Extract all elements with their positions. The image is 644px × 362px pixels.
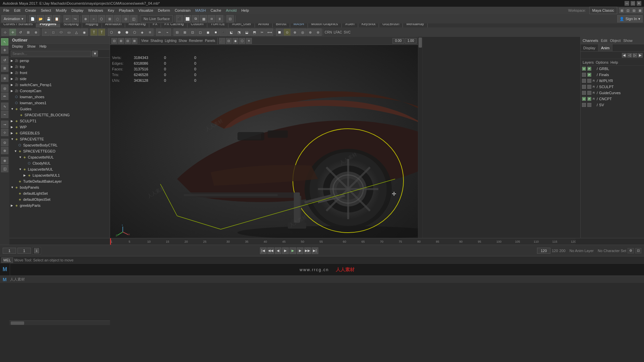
workspace-btn1[interactable]: ⊞ bbox=[619, 8, 625, 13]
render-view-btn[interactable]: ▦ bbox=[200, 15, 207, 22]
render-seq-btn[interactable]: ⧈ bbox=[208, 15, 215, 22]
weld-btn[interactable]: ◽ bbox=[212, 28, 219, 36]
vp-layout-btn[interactable]: ⊡ bbox=[111, 38, 117, 44]
outliner-item-lowman-shoes1[interactable]: ⬡ lowman_shoes1 bbox=[9, 100, 110, 106]
outliner-item-defaultobjectset[interactable]: ◈ defaultObjectSet bbox=[9, 196, 110, 202]
outliner-item-bodypanels[interactable]: ▼ ◈ bodyPanels bbox=[9, 184, 110, 190]
snap-curve-btn[interactable]: ◌ bbox=[114, 15, 121, 22]
timeline-area[interactable]: 1 5 10 15 20 25 30 35 40 45 50 55 60 65 … bbox=[0, 238, 644, 245]
menu-playback[interactable]: Playback bbox=[117, 8, 136, 13]
save-scene-btn[interactable]: 📋 bbox=[53, 15, 60, 22]
new-file-btn[interactable]: 📄 bbox=[29, 15, 36, 22]
merge-btn[interactable]: ◼ bbox=[204, 28, 212, 36]
wplyr-p-btn[interactable] bbox=[587, 79, 591, 83]
paint-skin-btn[interactable]: ✏ bbox=[1, 93, 8, 100]
ipr-btn[interactable]: ⧉ bbox=[192, 15, 199, 22]
char-set-btn2[interactable]: ⊡ bbox=[635, 248, 641, 253]
outliner-item-cspacvettenul[interactable]: ▼ ◈ CspacvetteNUL bbox=[9, 154, 110, 160]
channels-label[interactable]: Channels bbox=[583, 39, 598, 43]
guidecurves-vis-btn[interactable] bbox=[582, 91, 586, 95]
edit-label[interactable]: Edit bbox=[601, 39, 607, 43]
vp-rot-input[interactable] bbox=[392, 38, 404, 44]
viewport-right-scrollbar[interactable] bbox=[418, 37, 423, 245]
outliner-item-sculpt1[interactable]: ▶ ◈ SCULPT1 bbox=[9, 118, 110, 124]
render-icon4-btn[interactable]: ◎ bbox=[299, 28, 306, 36]
vp-layout2-btn[interactable]: ⊞ bbox=[118, 38, 124, 44]
poly-tool2-btn[interactable]: ⬢ bbox=[115, 28, 123, 36]
select-all-btn[interactable]: ⊡ bbox=[226, 15, 234, 22]
cncpt-vis-btn[interactable]: V bbox=[582, 97, 586, 101]
annotation-btn[interactable]: ◫ bbox=[1, 165, 8, 172]
prev-key-btn[interactable]: ◀◀ bbox=[267, 247, 274, 254]
cncpt-p-btn[interactable]: P bbox=[587, 97, 591, 101]
create-render-btn[interactable]: ⊛ bbox=[1, 147, 8, 154]
poly-plane-btn[interactable]: ▭ bbox=[65, 28, 72, 36]
viewport-scrollbar-handle[interactable] bbox=[419, 38, 422, 48]
layer-finals[interactable]: P / Finals bbox=[581, 72, 644, 78]
poly-tool3-btn[interactable]: ⬟ bbox=[123, 28, 130, 36]
vp-layout4-btn[interactable]: ⊠ bbox=[131, 38, 138, 44]
open-file-btn[interactable]: 📂 bbox=[37, 15, 44, 22]
menu-cache[interactable]: Cache bbox=[209, 8, 223, 13]
vp-wireframe-btn[interactable]: ⊡ bbox=[226, 38, 232, 44]
poly-torus-btn[interactable]: ◉ bbox=[80, 28, 88, 36]
window-controls[interactable]: ─ □ ✕ bbox=[625, 1, 641, 6]
poly-cube-btn[interactable]: □ bbox=[50, 28, 57, 36]
snapshot-btn[interactable]: ⊙ bbox=[1, 139, 8, 146]
measure-btn[interactable]: ⊕ bbox=[1, 157, 8, 164]
prev-frame-btn[interactable]: ◀ bbox=[275, 247, 281, 254]
outliner-item-spacevettegeo[interactable]: ▼ ◈ SPACEVETTEGEO bbox=[9, 148, 110, 154]
render-btn[interactable]: ⬜ bbox=[184, 15, 191, 22]
text-tool-btn[interactable]: T bbox=[90, 28, 98, 36]
save-file-btn[interactable]: 💾 bbox=[45, 15, 52, 22]
render-icon5-btn[interactable]: ⊛ bbox=[307, 28, 314, 36]
poly-tool4-btn[interactable]: ⬠ bbox=[131, 28, 138, 36]
vp-texture-btn[interactable]: ⬡ bbox=[239, 38, 245, 44]
layer-sv[interactable]: / SV bbox=[581, 102, 644, 108]
outliner-search-btn[interactable]: ▾ bbox=[92, 51, 98, 57]
move-tool-btn[interactable]: ✛ bbox=[9, 28, 16, 36]
shot-cam-btn[interactable]: ⊙ bbox=[283, 28, 291, 36]
play-back-btn[interactable]: ▶ bbox=[282, 247, 289, 254]
sculpt-vis-btn[interactable] bbox=[582, 85, 586, 89]
soft-select-btn[interactable]: ◎ bbox=[1, 84, 8, 92]
render-settings-btn[interactable]: ⬛ bbox=[176, 15, 183, 22]
mel-mode-btn[interactable]: MEL bbox=[1, 257, 13, 263]
outliner-item-cbodynul[interactable]: ⬡ CbodyNUL bbox=[9, 160, 110, 166]
menu-mash[interactable]: MASH bbox=[193, 8, 208, 13]
show-label-btn[interactable]: Show bbox=[623, 39, 633, 43]
menu-windows[interactable]: Windows bbox=[86, 8, 105, 13]
detach-btn[interactable]: ⬕ bbox=[227, 28, 235, 36]
cv-curve-btn[interactable]: ∿ bbox=[1, 103, 8, 110]
select-tool-left-btn[interactable]: ↖ bbox=[1, 38, 8, 46]
outliner-item-lspacvettenul1[interactable]: ▶ ◈ LspacvetteNUL1 bbox=[9, 172, 110, 178]
menu-deform[interactable]: Deform bbox=[156, 8, 172, 13]
vp-light-btn[interactable]: ☀ bbox=[246, 38, 252, 44]
tab-anim[interactable]: Anim bbox=[598, 44, 612, 51]
lasso-btn[interactable]: ○ bbox=[90, 15, 97, 22]
scale-tool-left-btn[interactable]: ⊞ bbox=[1, 64, 8, 72]
show-manip-btn[interactable]: ⊗ bbox=[1, 74, 8, 82]
layers-scroll-left-btn[interactable]: ◀ bbox=[622, 53, 627, 58]
lattice-btn[interactable]: ⊹ bbox=[1, 129, 8, 136]
poly-cone-btn[interactable]: △ bbox=[73, 28, 80, 36]
layer-grbl[interactable]: V P / GRBL bbox=[581, 66, 644, 72]
current-frame-input[interactable] bbox=[17, 248, 31, 254]
cut-faces-btn[interactable]: ✂ bbox=[258, 28, 266, 36]
outliner-item-spacevette[interactable]: ▼ ◈ SPACEVETTE bbox=[9, 136, 110, 142]
render-icon3-btn[interactable]: ⊕ bbox=[291, 28, 299, 36]
menu-select[interactable]: Select bbox=[39, 8, 53, 13]
mode-dropdown[interactable]: Animation ▾ bbox=[1, 15, 26, 22]
grbl-p-btn[interactable]: P bbox=[587, 67, 591, 71]
layers-scroll-left2-btn[interactable]: ◁ bbox=[627, 53, 632, 58]
outliner-item-conceptcam[interactable]: ▶ 🎥 ConceptCam bbox=[9, 88, 110, 94]
maximize-button[interactable]: □ bbox=[631, 1, 635, 6]
redo-btn[interactable]: ↪ bbox=[71, 15, 79, 22]
outliner-item-guides[interactable]: ▼ ◈ Guides bbox=[9, 106, 110, 112]
outliner-item-lspacvettenul[interactable]: ▼ ◈ LspacvetteNUL bbox=[9, 166, 110, 172]
outliner-item-spacevette-body-ctrl[interactable]: ⬡ SpacvetteBodyCTRL bbox=[9, 142, 110, 148]
snap-grid-btn[interactable]: ⊞ bbox=[106, 15, 113, 22]
menu-modify[interactable]: Modify bbox=[54, 8, 68, 13]
vp-camera-btn[interactable]: 🎥 bbox=[219, 38, 225, 44]
move-tool-left-btn[interactable]: ✛ bbox=[1, 46, 8, 54]
